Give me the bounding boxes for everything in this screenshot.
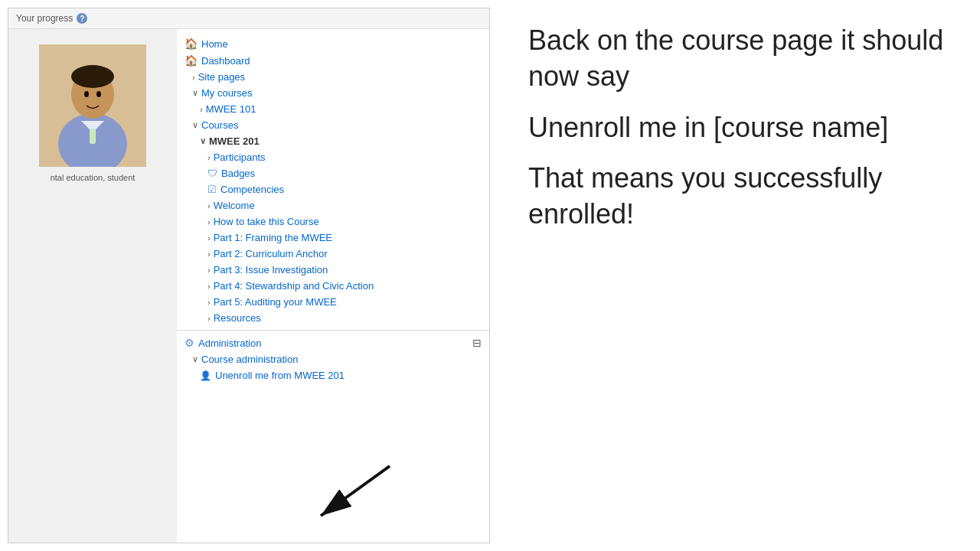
nav-site-pages[interactable]: › Site pages [177, 69, 489, 85]
nav-sidebar: 🏠 Home 🏠 Dashboard › Site pages ∨ My cou… [177, 29, 489, 543]
nav-part2[interactable]: › Part 2: Curriculum Anchor [177, 246, 489, 262]
arrow-icon: › [207, 153, 211, 162]
arrow-icon: › [192, 73, 195, 82]
nav-welcome[interactable]: › Welcome [177, 197, 489, 214]
nav-competencies[interactable]: ☑ Competencies [177, 181, 489, 197]
progress-area: Your progress ? [8, 8, 489, 29]
arrow-icon: › [207, 233, 211, 243]
nav-unenroll[interactable]: 👤 Unenroll me from MWEE 201 [177, 367, 489, 383]
nav-dashboard[interactable]: 🏠 Dashboard [177, 52, 489, 69]
progress-label: Your progress [16, 13, 73, 24]
nav-how-to-take[interactable]: › How to take this Course [177, 214, 489, 230]
nav-participants[interactable]: › Participants [177, 149, 489, 165]
arrow-icon: ∨ [200, 136, 206, 146]
nav-courses[interactable]: ∨ Courses [177, 117, 489, 133]
nav-part3[interactable]: › Part 3: Issue Investigation [177, 262, 489, 278]
arrow-icon: › [207, 249, 211, 259]
text-block-2: Unenroll me in [course name] [528, 110, 949, 146]
left-panel: Your progress ? [8, 8, 490, 543]
badge-icon: 🛡 [207, 168, 217, 179]
nav-part4[interactable]: › Part 4: Stewardship and Civic Action [177, 278, 489, 294]
arrow-icon: › [207, 282, 211, 291]
arrow-icon: ∨ [192, 120, 198, 130]
avatar-caption: ntal education, student [47, 173, 139, 182]
screenshot-container: Your progress ? [0, 0, 980, 551]
avatar-image [39, 44, 146, 167]
admin-gear-icon: ⚙ [185, 337, 194, 349]
arrow-icon: › [207, 314, 211, 323]
arrow-icon: ∨ [192, 88, 198, 98]
dashboard-icon: 🏠 [185, 54, 198, 67]
admin-section: ⚙ Administration ⊟ ∨ Course administrati… [177, 330, 489, 383]
arrow-icon: ∨ [192, 354, 198, 364]
text-block-3: That means you successfully enrolled! [528, 161, 949, 233]
nav-badges[interactable]: 🛡 Badges [177, 165, 489, 181]
svg-point-6 [96, 91, 101, 97]
text-block-1: Back on the course page it should now sa… [528, 23, 949, 95]
nav-mwee-101[interactable]: › MWEE 101 [177, 101, 489, 117]
svg-point-5 [84, 91, 89, 97]
admin-header: ⚙ Administration ⊟ [177, 334, 489, 351]
arrow-icon: › [200, 105, 203, 114]
nav-mwee-201[interactable]: ∨ MWEE 201 [177, 133, 489, 149]
nav-course-admin[interactable]: ∨ Course administration [177, 351, 489, 367]
arrow-icon: › [207, 266, 211, 275]
competencies-icon: ☑ [207, 184, 217, 195]
avatar-section: ntal education, student [8, 29, 177, 543]
nav-part1[interactable]: › Part 1: Framing the MWEE [177, 230, 489, 246]
arrow-icon: › [207, 217, 211, 227]
arrow-icon: › [207, 298, 211, 307]
admin-left[interactable]: ⚙ Administration [185, 337, 261, 349]
right-panel: Back on the course page it should now sa… [498, 0, 980, 551]
home-icon: 🏠 [185, 37, 198, 50]
nav-my-courses[interactable]: ∨ My courses [177, 85, 489, 101]
nav-part5[interactable]: › Part 5: Auditing your MWEE [177, 294, 489, 310]
collapse-icon[interactable]: ⊟ [472, 337, 482, 349]
left-main: ntal education, student 🏠 Home 🏠 Dashboa… [8, 29, 489, 543]
svg-point-4 [71, 65, 114, 88]
svg-rect-7 [90, 129, 96, 144]
nav-resources[interactable]: › Resources [177, 310, 489, 326]
progress-help-icon[interactable]: ? [77, 13, 87, 24]
person-icon: 👤 [200, 370, 211, 381]
arrow-icon: › [207, 201, 211, 210]
nav-home[interactable]: 🏠 Home [177, 35, 489, 52]
